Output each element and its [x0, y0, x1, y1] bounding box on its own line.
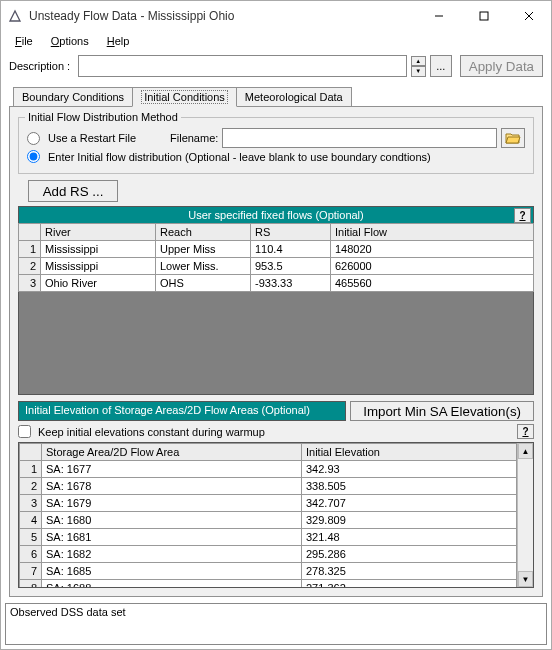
- description-label: Description :: [9, 60, 70, 72]
- description-spinner[interactable]: ▲ ▼: [411, 56, 426, 77]
- tab-boundary-conditions[interactable]: Boundary Conditions: [13, 87, 133, 106]
- rownum-header: [19, 224, 41, 241]
- help-icon: ?: [522, 426, 528, 437]
- table-row[interactable]: 3SA: 1679342.707: [20, 495, 517, 512]
- titlebar: Unsteady Flow Data - Mississippi Ohio: [1, 1, 551, 31]
- table-row[interactable]: 2 Mississippi Lower Miss. 953.5 626000: [19, 258, 534, 275]
- storage-section: Initial Elevation of Storage Areas/2D Fl…: [18, 401, 534, 588]
- tab-strip: Boundary Conditions Initial Conditions M…: [1, 81, 551, 106]
- scroll-down-icon[interactable]: ▼: [518, 571, 533, 587]
- scroll-up-icon[interactable]: ▲: [518, 443, 533, 459]
- enter-dist-label: Enter Initial flow distribution (Optiona…: [48, 151, 431, 163]
- table-row[interactable]: 8SA: 1688271.362: [20, 580, 517, 589]
- fixed-flows-section: User specified fixed flows (Optional) ? …: [18, 206, 534, 395]
- tab-initial-conditions[interactable]: Initial Conditions: [132, 87, 237, 107]
- table-row[interactable]: 2SA: 1678338.505: [20, 478, 517, 495]
- svg-rect-1: [480, 12, 488, 20]
- help-icon: ?: [519, 210, 525, 221]
- menu-file[interactable]: File: [7, 33, 41, 49]
- folder-open-icon: [505, 131, 521, 145]
- groupbox-label: Initial Flow Distribution Method: [25, 111, 181, 123]
- apply-data-button[interactable]: Apply Data: [460, 55, 543, 77]
- enter-dist-row: Enter Initial flow distribution (Optiona…: [27, 150, 525, 163]
- table-row[interactable]: 1SA: 1677342.93: [20, 461, 517, 478]
- storage-table[interactable]: Storage Area/2D Flow Area Initial Elevat…: [19, 443, 517, 588]
- table-row[interactable]: 7SA: 1685278.325: [20, 563, 517, 580]
- storage-help-button[interactable]: ?: [517, 424, 534, 439]
- col-river[interactable]: River: [41, 224, 156, 241]
- rownum-header: [20, 444, 42, 461]
- description-input[interactable]: [78, 55, 407, 77]
- enter-dist-radio[interactable]: [27, 150, 40, 163]
- col-initial-elev[interactable]: Initial Elevation: [302, 444, 517, 461]
- col-rs[interactable]: RS: [251, 224, 331, 241]
- fixed-flows-title: User specified fixed flows (Optional) ?: [18, 206, 534, 223]
- storage-table-wrap: Storage Area/2D Flow Area Initial Elevat…: [18, 442, 534, 588]
- menu-help[interactable]: Help: [99, 33, 138, 49]
- import-min-sa-button[interactable]: Import Min SA Elevation(s): [350, 401, 534, 421]
- keep-elev-checkbox[interactable]: [18, 425, 31, 438]
- status-area: Observed DSS data set: [5, 603, 547, 645]
- maximize-button[interactable]: [461, 2, 506, 31]
- spinner-down-icon[interactable]: ▼: [411, 66, 426, 77]
- description-more-button[interactable]: ...: [430, 55, 452, 77]
- window-title: Unsteady Flow Data - Mississippi Ohio: [29, 9, 416, 23]
- storage-title: Initial Elevation of Storage Areas/2D Fl…: [18, 401, 346, 421]
- keep-elev-label: Keep initial elevations constant during …: [38, 426, 265, 438]
- menubar: File Options Help: [1, 31, 551, 51]
- col-initial-flow[interactable]: Initial Flow: [331, 224, 534, 241]
- description-row: Description : ▲ ▼ ... Apply Data: [1, 51, 551, 81]
- tab-panel: Initial Flow Distribution Method Use a R…: [9, 106, 543, 597]
- table-row[interactable]: 6SA: 1682295.286: [20, 546, 517, 563]
- col-storage-area[interactable]: Storage Area/2D Flow Area: [42, 444, 302, 461]
- fixed-flows-table[interactable]: River Reach RS Initial Flow 1 Mississipp…: [18, 223, 534, 292]
- minimize-button[interactable]: [416, 2, 461, 31]
- fixed-flows-empty-area: [18, 292, 534, 395]
- table-row[interactable]: 5SA: 1681321.48: [20, 529, 517, 546]
- use-restart-label: Use a Restart File: [48, 132, 136, 144]
- table-row[interactable]: 3 Ohio River OHS -933.33 465560: [19, 275, 534, 292]
- spinner-up-icon[interactable]: ▲: [411, 56, 426, 67]
- close-button[interactable]: [506, 2, 551, 31]
- table-row[interactable]: 4SA: 1680329.809: [20, 512, 517, 529]
- table-row[interactable]: 1 Mississippi Upper Miss 110.4 148020: [19, 241, 534, 258]
- fixed-flows-help-button[interactable]: ?: [514, 208, 531, 223]
- filename-label: Filename:: [170, 132, 218, 144]
- use-restart-radio[interactable]: [27, 132, 40, 145]
- browse-file-button[interactable]: [501, 128, 525, 148]
- col-reach[interactable]: Reach: [156, 224, 251, 241]
- app-icon: [7, 8, 23, 24]
- filename-input[interactable]: [222, 128, 497, 148]
- tab-meteorological-data[interactable]: Meteorological Data: [236, 87, 352, 106]
- menu-options[interactable]: Options: [43, 33, 97, 49]
- use-restart-row: Use a Restart File Filename:: [27, 128, 525, 148]
- initial-flow-groupbox: Initial Flow Distribution Method Use a R…: [18, 117, 534, 174]
- status-text: Observed DSS data set: [10, 606, 126, 618]
- add-rs-button[interactable]: Add RS ...: [28, 180, 118, 202]
- storage-scrollbar[interactable]: ▲ ▼: [517, 443, 533, 587]
